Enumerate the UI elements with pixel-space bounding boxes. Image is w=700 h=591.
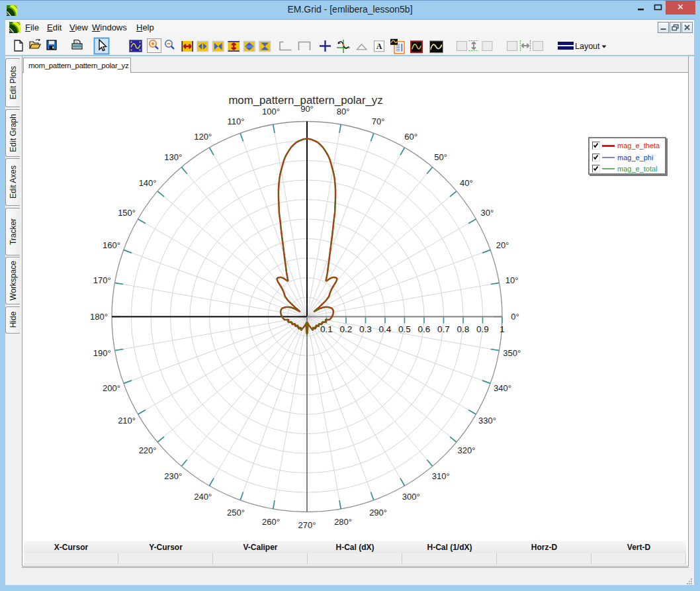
svg-text:280°: 280° xyxy=(334,517,352,527)
svg-text:0.4: 0.4 xyxy=(379,324,392,334)
svg-text:10°: 10° xyxy=(505,275,519,285)
svg-text:260°: 260° xyxy=(262,517,280,527)
svg-text:0.7: 0.7 xyxy=(437,324,450,334)
svg-text:0.3: 0.3 xyxy=(359,324,372,334)
svg-text:220°: 220° xyxy=(139,445,157,455)
svg-text:20°: 20° xyxy=(496,240,509,250)
svg-text:Layout: Layout xyxy=(575,42,600,51)
svg-text:1: 1 xyxy=(500,324,505,334)
svg-text:70°: 70° xyxy=(372,116,385,126)
svg-text:140°: 140° xyxy=(139,178,157,188)
svg-text:340°: 340° xyxy=(494,383,511,393)
svg-text:60°: 60° xyxy=(404,132,417,142)
svg-text:200°: 200° xyxy=(103,383,120,393)
svg-text:270°: 270° xyxy=(298,520,316,530)
svg-text:0.8: 0.8 xyxy=(457,324,470,334)
svg-text:240°: 240° xyxy=(194,492,212,502)
svg-text:180°: 180° xyxy=(90,312,108,322)
svg-text:0.2: 0.2 xyxy=(340,324,353,334)
svg-text:0.5: 0.5 xyxy=(398,324,411,334)
svg-text:120°: 120° xyxy=(194,132,212,142)
svg-text:0.6: 0.6 xyxy=(418,324,431,334)
svg-text:230°: 230° xyxy=(164,471,182,481)
svg-text:A: A xyxy=(376,42,382,51)
svg-text:150°: 150° xyxy=(118,208,136,218)
svg-text:170°: 170° xyxy=(93,275,111,285)
svg-text:250°: 250° xyxy=(227,508,245,518)
svg-text:mom_pattern_pattern_polar_yz: mom_pattern_pattern_polar_yz xyxy=(228,94,382,107)
svg-text:290°: 290° xyxy=(369,508,387,518)
svg-text:30°: 30° xyxy=(481,208,494,218)
svg-text:130°: 130° xyxy=(164,152,182,162)
svg-text:160°: 160° xyxy=(103,240,120,250)
svg-text:210°: 210° xyxy=(118,416,136,426)
svg-text:0.9: 0.9 xyxy=(476,324,489,334)
svg-text:330°: 330° xyxy=(478,416,496,426)
svg-text:190°: 190° xyxy=(93,348,111,358)
svg-text:300°: 300° xyxy=(402,492,420,502)
svg-text:0°: 0° xyxy=(511,312,519,322)
svg-text:80°: 80° xyxy=(337,107,350,116)
svg-text:110°: 110° xyxy=(227,116,244,126)
svg-text:0.1: 0.1 xyxy=(320,324,333,334)
svg-text:100°: 100° xyxy=(262,107,280,116)
svg-text:350°: 350° xyxy=(503,348,521,358)
svg-text:310°: 310° xyxy=(432,471,450,481)
svg-text:50°: 50° xyxy=(434,152,447,162)
svg-text:40°: 40° xyxy=(460,178,473,188)
svg-text:320°: 320° xyxy=(457,445,475,455)
